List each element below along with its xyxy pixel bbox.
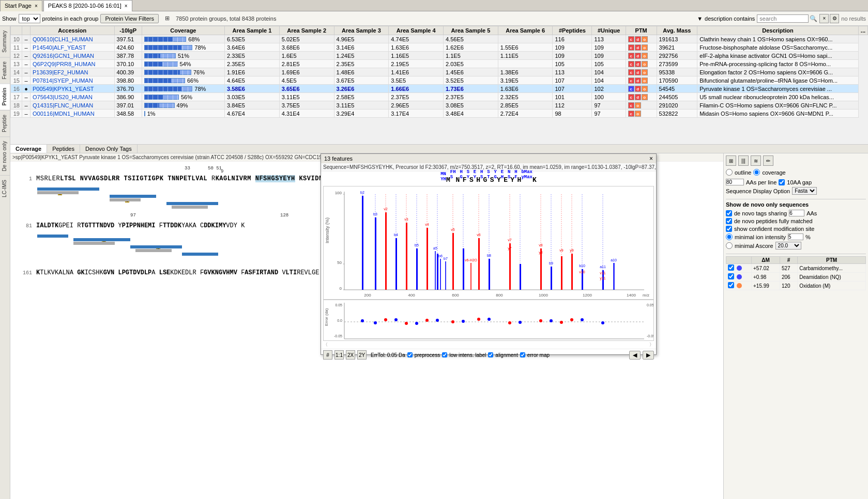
tab-start-page[interactable]: Start Page ×	[0, 0, 42, 11]
de-novo-tags-check[interactable]	[726, 210, 732, 216]
min-ion-input[interactable]	[788, 233, 803, 240]
two-x-btn[interactable]: 2X	[346, 350, 355, 360]
row-ptm: cdo	[626, 93, 657, 101]
settings-btn[interactable]: ⚙	[830, 14, 839, 23]
coverage-radio[interactable]	[753, 169, 760, 176]
alignment-check[interactable]	[488, 352, 493, 357]
row-accession[interactable]: P13639|EF2_HUMAN	[31, 68, 115, 76]
sub-tab-coverage[interactable]: Coverage	[10, 145, 47, 153]
sidebar-tab-feature[interactable]: Feature	[0, 57, 10, 83]
table-row[interactable]: 10 – Q00610|CLH1_HUMAN 397.51 68% 6.53E5…	[11, 35, 868, 43]
view-btn-4[interactable]: ✏	[763, 155, 773, 166]
error-map-check[interactable]	[520, 352, 525, 357]
de-novo-tags-input[interactable]	[789, 210, 804, 216]
col-coverage[interactable]: Coverage	[142, 26, 224, 35]
row-accession[interactable]: Q14315|FLNC_HUMAN	[31, 101, 115, 110]
show-confident-check[interactable]	[726, 226, 732, 232]
col-area4[interactable]: Area Sample 4	[389, 26, 444, 35]
spectrum-close-btn[interactable]: ×	[649, 155, 653, 162]
aa-gap-check[interactable]	[779, 179, 785, 185]
ptm-checkbox[interactable]	[728, 264, 734, 271]
table-row[interactable]: 13 – Q6P2Q9|PRR8_HUMAN 370.10 54% 2.35E5…	[11, 60, 868, 68]
next-btn[interactable]: ▶	[643, 351, 654, 360]
sub-tab-denovo-tags[interactable]: Denovo Only Tags	[80, 145, 138, 153]
tab-peaks[interactable]: PEAKS 8 [2020-10-06 16:01] ×	[43, 0, 132, 11]
row-desc: Bifunctional glutamate/proline--tRNA lig…	[697, 76, 859, 85]
col-area2[interactable]: Area Sample 2	[279, 26, 334, 35]
col-expand[interactable]: ...	[858, 26, 867, 35]
sub-tab-peptides[interactable]: Peptides	[47, 145, 80, 153]
svg-rect-37	[362, 196, 363, 290]
col-area6[interactable]: Area Sample 6	[498, 26, 553, 35]
col-peptides[interactable]: #Peptides	[553, 26, 592, 35]
tab-peaks-close[interactable]: ×	[125, 3, 128, 9]
sidebar-tab-lc[interactable]: LC-IMS	[0, 175, 10, 201]
col-logp[interactable]: -10lgP	[114, 26, 142, 35]
svg-text:-0.05: -0.05	[647, 334, 653, 338]
two-y-btn[interactable]: 2Y	[357, 350, 367, 360]
col-area3[interactable]: Area Sample 3	[334, 26, 389, 35]
col-accession[interactable]: Accession	[31, 26, 115, 35]
clear-btn[interactable]: ×	[819, 14, 829, 23]
min-ion-radio[interactable]	[726, 233, 733, 240]
ptm-col-count[interactable]: #	[780, 257, 797, 264]
row-accession[interactable]: P00549|KPYK1_YEAST	[31, 85, 115, 93]
coverage-bar-segment	[37, 188, 99, 191]
tab-start-close[interactable]: ×	[35, 3, 38, 9]
table-row[interactable]: 14 – P13639|EF2_HUMAN 400.39 76% 1.91E6 …	[11, 68, 868, 76]
low-intens-check[interactable]	[442, 352, 447, 357]
ptm-check-cell[interactable]	[726, 273, 752, 282]
protein-view-filters-button[interactable]: Protein View Filters	[100, 14, 159, 23]
de-novo-fully-check[interactable]	[726, 218, 732, 224]
col-ptm[interactable]: PTM	[626, 26, 657, 35]
table-row[interactable]: 12 – Q92616|GCN1_HUMAN 387.78 51% 2.33E5…	[11, 52, 868, 60]
col-icon[interactable]	[22, 26, 31, 35]
search-input[interactable]	[757, 14, 809, 23]
min-ascore-radio[interactable]	[726, 242, 733, 249]
sidebar-tab-denovo[interactable]: De novo only	[0, 136, 10, 175]
table-row[interactable]: 15 – P07814|SYEP_HUMAN 398.80 66% 4.64E5…	[11, 76, 868, 85]
col-num[interactable]	[11, 26, 22, 35]
row-accession[interactable]: Q6P2Q9|PRR8_HUMAN	[31, 60, 115, 68]
table-row[interactable]: 11 – P14540|ALF_YEAST 424.60 78% 3.64E6 …	[11, 43, 868, 52]
sidebar-tab-summary[interactable]: Summary	[0, 26, 10, 57]
col-unique[interactable]: #Unique	[592, 26, 626, 35]
preprocess-check[interactable]	[407, 352, 413, 357]
row-accession[interactable]: P07814|SYEP_HUMAN	[31, 76, 115, 85]
col-desc[interactable]: Description	[697, 26, 859, 35]
one-one-btn[interactable]: 1:1	[334, 350, 344, 360]
view-btn-2[interactable]: |||	[738, 155, 749, 166]
search-icon[interactable]: 🔍	[810, 15, 817, 22]
ptm-col-ptm[interactable]: PTM	[798, 257, 866, 264]
coverage-bar-segment	[37, 191, 79, 194]
sidebar-tab-protein[interactable]: Protein	[0, 83, 10, 110]
col-area5[interactable]: Area Sample 5	[444, 26, 498, 35]
row-accession[interactable]: P14540|ALF_YEAST	[31, 43, 115, 52]
table-row[interactable]: 18 – Q14315|FLNC_HUMAN 397.01 49% 3.84E5…	[11, 101, 868, 110]
row-accession[interactable]: Q92616|GCN1_HUMAN	[31, 52, 115, 60]
ptm-checkbox[interactable]	[728, 282, 734, 288]
prev-btn[interactable]: ◀	[629, 351, 641, 360]
ptm-col-delta[interactable]: ΔM	[752, 257, 780, 264]
table-row[interactable]: 19 – O00116|MDN1_HUMAN 348.58 1% 4.67E4 …	[11, 110, 868, 118]
ptm-check-cell[interactable]	[726, 264, 752, 273]
row-accession[interactable]: O75643|US20_HUMAN	[31, 93, 115, 101]
view-btn-1[interactable]: ⊞	[726, 155, 736, 166]
col-area1[interactable]: Area Sample 1	[225, 26, 280, 35]
top-select[interactable]: top	[19, 14, 40, 23]
seq-display-select[interactable]: Fasta	[792, 187, 817, 195]
col-mass[interactable]: Avg. Mass	[657, 26, 697, 35]
table-row[interactable]: 17 – O75643|US20_HUMAN 386.90 56% 3.03E5…	[11, 93, 868, 101]
ptm-checkbox[interactable]	[728, 273, 734, 279]
view-btn-3[interactable]: ≋	[751, 155, 761, 166]
aa-per-line-input[interactable]	[726, 179, 744, 185]
min-ascore-select[interactable]: 20.0	[775, 242, 801, 250]
hash-btn[interactable]: #	[323, 350, 332, 360]
table-row[interactable]: 16 ● P00549|KPYK1_YEAST 376.70 78% 3.58E…	[11, 85, 868, 93]
svg-text:a11: a11	[600, 265, 606, 269]
outline-radio[interactable]	[726, 169, 733, 176]
row-accession[interactable]: Q00610|CLH1_HUMAN	[31, 35, 115, 43]
sidebar-tab-peptide[interactable]: Peptide	[0, 110, 10, 136]
ptm-check-cell[interactable]	[726, 282, 752, 290]
row-accession[interactable]: O00116|MDN1_HUMAN	[31, 110, 115, 118]
